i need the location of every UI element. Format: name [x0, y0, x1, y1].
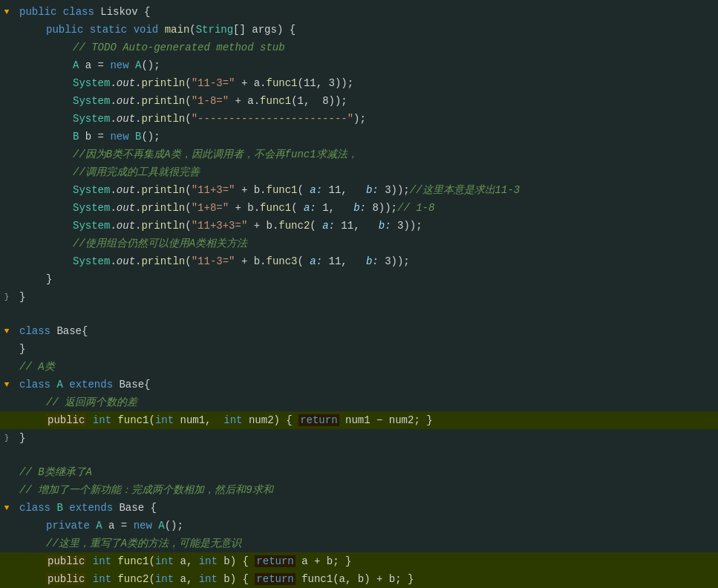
- token-out: out: [117, 202, 135, 214]
- line: public int func1(int a, int b) { return …: [0, 552, 718, 570]
- token-kw: int: [155, 573, 174, 585]
- token-out: out: [117, 220, 135, 232]
- token-param: b:: [353, 202, 366, 214]
- token-kw: int: [223, 414, 242, 426]
- code-line-content: // TODO Auto-generated method stub: [13, 39, 718, 56]
- token-n: [] args) {: [233, 24, 296, 36]
- code-line-content: class Base{: [13, 323, 718, 339]
- code-line-content: public int func2(int a, int b) { return …: [13, 571, 718, 587]
- token-pub: public: [46, 555, 86, 567]
- token-n: (: [185, 220, 191, 232]
- token-out: out: [117, 77, 135, 89]
- token-n: (: [185, 113, 191, 125]
- token-n: (: [149, 555, 154, 567]
- token-n: .: [110, 95, 116, 107]
- token-method: func1: [117, 414, 149, 426]
- token-n: [63, 379, 69, 391]
- token-n: num1,: [174, 414, 223, 426]
- token-kw: int: [93, 573, 111, 585]
- gutter-indicator: ▼: [0, 380, 13, 389]
- token-n: [63, 502, 69, 514]
- token-n: [86, 573, 92, 585]
- token-n: + a.: [229, 95, 260, 107]
- token-str: "11+3+3=": [192, 220, 248, 232]
- code-line-content: class A extends Base{: [13, 376, 718, 393]
- token-method: func1: [267, 77, 298, 89]
- code-line-content: //使用组合仍然可以使用A类相关方法: [13, 235, 718, 252]
- token-comment: // A类: [19, 361, 55, 373]
- token-kw: int: [155, 555, 174, 567]
- line: A a = new A();: [0, 56, 718, 74]
- token-type: A: [56, 379, 62, 391]
- gutter-indicator: }: [0, 293, 13, 301]
- token-comment: //这里，重写了A类的方法，可能是无意识: [46, 538, 241, 549]
- token-n: [86, 414, 92, 426]
- token-out: out: [117, 184, 135, 196]
- code-area: ▼public class Liskov {public static void…: [0, 0, 718, 588]
- line: // B类继承了A: [0, 463, 718, 481]
- line: public int func2(int a, int b) { return …: [0, 570, 718, 588]
- token-kw: void: [134, 24, 159, 36]
- token-n: );: [353, 113, 366, 125]
- token-method: println: [141, 184, 185, 196]
- token-kw: public: [19, 6, 56, 18]
- line: System.out.println("11+3+3=" + b.func2( …: [0, 217, 718, 235]
- token-n: (: [149, 414, 154, 426]
- token-param: b:: [366, 184, 379, 196]
- token-n: + b.: [235, 184, 266, 196]
- token-type: System: [73, 255, 110, 267]
- token-n: ();: [165, 520, 183, 532]
- code-line-content: // 增加了一个新功能：完成两个数相加，然后和9求和: [13, 482, 718, 498]
- token-n: (: [149, 573, 154, 585]
- token-ret: return: [298, 414, 339, 426]
- line: //调用完成的工具就很完善: [0, 163, 718, 181]
- code-line-content: // 返回两个数的差: [13, 394, 718, 411]
- gutter-indicator: ▼: [0, 7, 13, 16]
- token-n: (11, 3));: [298, 77, 354, 89]
- token-n: (: [185, 77, 191, 89]
- code-line-content: System.out.println("1+8=" + b.func1( a: …: [13, 200, 718, 216]
- token-method: println: [141, 95, 185, 107]
- code-line-content: System.out.println("11-3=" + a.func1(11,…: [13, 75, 718, 91]
- token-param: a:: [310, 184, 322, 196]
- token-n: (: [185, 202, 191, 214]
- token-comment: //调用完成的工具就很完善: [73, 166, 200, 178]
- code-line-content: System.out.println("11-3=" + b.func3( a:…: [13, 253, 718, 270]
- token-n: + b.: [235, 255, 266, 267]
- line: B b = new B();: [0, 128, 718, 146]
- token-method: main: [165, 24, 190, 36]
- token-param: b:: [379, 220, 391, 232]
- token-n: ();: [141, 131, 160, 143]
- token-kw: new: [110, 131, 128, 143]
- token-str: "1-8=": [192, 95, 229, 107]
- token-n: a =: [102, 520, 134, 532]
- line: }: [0, 270, 718, 288]
- token-n: .: [110, 184, 116, 196]
- token-n: .: [110, 255, 116, 267]
- token-kw: new: [110, 59, 128, 71]
- code-line-content: // A类: [13, 359, 718, 375]
- token-type: System: [73, 95, 110, 107]
- line: System.out.println("--------------------…: [0, 110, 718, 128]
- line: // 返回两个数的差: [0, 393, 718, 411]
- line: //使用组合仍然可以使用A类相关方法: [0, 235, 718, 252]
- code-line-content: private A a = new A();: [13, 517, 718, 534]
- token-n: num2) {: [243, 414, 299, 426]
- code-line-content: public static void main(String[] args) {: [13, 22, 718, 38]
- token-n: [152, 520, 158, 532]
- token-n: (: [185, 184, 191, 196]
- token-str: "------------------------": [192, 113, 353, 125]
- line: System.out.println("11+3=" + b.func1( a:…: [0, 181, 718, 199]
- token-n: a,: [174, 573, 199, 585]
- token-n: .: [110, 113, 116, 125]
- code-line-content: B b = new B();: [13, 128, 718, 145]
- token-kw: new: [134, 520, 152, 532]
- token-n: .: [110, 220, 116, 232]
- code-line-content: A a = new A();: [13, 57, 718, 74]
- code-line-content: System.out.println("11+3=" + b.func1( a:…: [13, 182, 718, 198]
- token-kw: int: [93, 555, 111, 567]
- token-n: a =: [79, 59, 110, 71]
- token-method: func2: [117, 573, 149, 585]
- token-pub: public: [46, 573, 86, 585]
- token-n: 3));: [379, 184, 410, 196]
